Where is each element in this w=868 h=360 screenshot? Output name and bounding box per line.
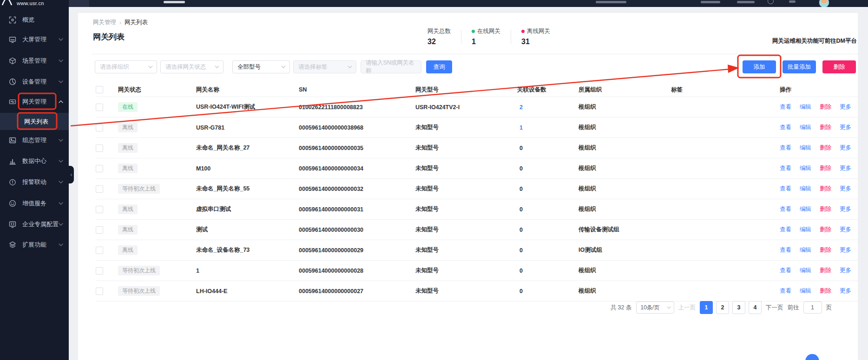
view-link[interactable]: 查看 bbox=[780, 287, 791, 295]
org-select[interactable]: 请选择组织 bbox=[95, 60, 157, 73]
sidebar-item-10[interactable]: 企业专属配置 bbox=[0, 216, 69, 233]
more-link[interactable]: 更多 bbox=[840, 164, 851, 172]
chevron-down-icon bbox=[59, 202, 63, 205]
query-button[interactable]: 查询 bbox=[426, 60, 452, 73]
sidebar-item-label: 数据中心 bbox=[22, 157, 59, 165]
delete-link[interactable]: 删除 bbox=[820, 205, 831, 213]
edit-link[interactable]: 编辑 bbox=[800, 185, 811, 193]
language-globe-icon[interactable] bbox=[768, 0, 774, 4]
gateway-model: 未知型号 bbox=[415, 205, 517, 213]
delete-button[interactable]: 删除 bbox=[822, 60, 856, 73]
table-row: 在线USR-IO424T-WIFI测试01002622111800008823U… bbox=[96, 97, 858, 118]
breadcrumb-parent[interactable]: 网关管理 bbox=[93, 19, 116, 26]
breadcrumb-separator: › bbox=[119, 20, 121, 26]
more-link[interactable]: 更多 bbox=[840, 205, 851, 213]
sidebar-item-4[interactable]: 网关管理 bbox=[0, 93, 69, 110]
page-button-1[interactable]: 1 bbox=[700, 301, 713, 314]
page-button-3[interactable]: 3 bbox=[732, 301, 745, 314]
sidebar-item-6[interactable]: 组态管理 bbox=[0, 132, 69, 149]
more-link[interactable]: 更多 bbox=[840, 103, 851, 111]
device-count[interactable]: 2 bbox=[517, 104, 523, 111]
device-count[interactable]: 1 bbox=[517, 124, 523, 131]
delete-link[interactable]: 删除 bbox=[820, 287, 831, 295]
view-link[interactable]: 查看 bbox=[780, 103, 791, 111]
sidebar-collapse-handle[interactable]: ‹ bbox=[69, 166, 74, 183]
delete-link[interactable]: 删除 bbox=[820, 185, 831, 193]
sidebar-item-2[interactable]: 场景管理 bbox=[0, 52, 69, 69]
delete-link[interactable]: 删除 bbox=[820, 267, 831, 275]
sn-search-input[interactable]: 请输入SN或网关名称 bbox=[361, 60, 421, 73]
sidebar-item-0[interactable]: 概览 bbox=[0, 12, 69, 28]
row-checkbox[interactable] bbox=[96, 165, 103, 172]
sidebar-item-1[interactable]: 大屏管理 bbox=[0, 31, 69, 48]
delete-link[interactable]: 删除 bbox=[820, 164, 831, 172]
delete-link[interactable]: 删除 bbox=[820, 246, 831, 254]
view-link[interactable]: 查看 bbox=[780, 226, 791, 234]
delete-link[interactable]: 删除 bbox=[820, 226, 831, 234]
batch-add-button[interactable]: 批量添加 bbox=[783, 60, 816, 73]
more-link[interactable]: 更多 bbox=[840, 287, 851, 295]
view-link[interactable]: 查看 bbox=[780, 144, 791, 152]
sidebar-item-9[interactable]: 增值服务 bbox=[0, 195, 69, 212]
row-checkbox[interactable] bbox=[96, 124, 103, 131]
more-link[interactable]: 更多 bbox=[840, 267, 851, 275]
user-avatar[interactable] bbox=[819, 0, 829, 7]
sidebar-item-7[interactable]: 数据中心 bbox=[0, 153, 69, 170]
edit-link[interactable]: 编辑 bbox=[800, 103, 811, 111]
view-link[interactable]: 查看 bbox=[780, 185, 791, 193]
gateway-status-select[interactable]: 请选择网关状态 bbox=[160, 60, 224, 73]
row-checkbox[interactable] bbox=[96, 288, 103, 295]
next-page-button[interactable]: 下一页 bbox=[766, 304, 783, 312]
edit-link[interactable]: 编辑 bbox=[800, 144, 811, 152]
goto-page-input[interactable]: 1 bbox=[803, 301, 822, 314]
more-link[interactable]: 更多 bbox=[840, 144, 851, 152]
sidebar-item-8[interactable]: 报警联动 bbox=[0, 174, 69, 190]
gateway-model: 未知型号 bbox=[415, 267, 517, 275]
delete-link[interactable]: 删除 bbox=[820, 103, 831, 111]
row-checkbox[interactable] bbox=[96, 185, 103, 193]
row-checkbox[interactable] bbox=[96, 206, 103, 213]
sidebar-item-3[interactable]: 设备管理 bbox=[0, 73, 69, 90]
more-link[interactable]: 更多 bbox=[840, 246, 851, 254]
per-page-select[interactable]: 10条/页 bbox=[636, 301, 674, 314]
select-all-checkbox[interactable] bbox=[96, 86, 103, 93]
more-link[interactable]: 更多 bbox=[840, 185, 851, 193]
tag-select[interactable]: 请选择标签 bbox=[293, 60, 356, 73]
row-actions: 查看编辑删除更多 bbox=[780, 205, 858, 213]
row-checkbox[interactable] bbox=[96, 144, 103, 152]
sidebar-item-sub-5[interactable]: 网关列表 bbox=[0, 113, 69, 130]
row-checkbox[interactable] bbox=[96, 267, 103, 275]
organization: 根组织 bbox=[579, 267, 671, 275]
delete-link[interactable]: 删除 bbox=[820, 124, 831, 131]
more-link[interactable]: 更多 bbox=[840, 124, 851, 131]
view-link[interactable]: 查看 bbox=[780, 205, 791, 213]
device-count: 0 bbox=[517, 268, 523, 274]
view-link[interactable]: 查看 bbox=[780, 267, 791, 275]
edit-link[interactable]: 编辑 bbox=[800, 246, 811, 254]
table-row: 离线虚拟串口测试00059614000000000031未知型号0根组织查看编辑… bbox=[96, 199, 858, 220]
edit-link[interactable]: 编辑 bbox=[800, 226, 811, 234]
row-checkbox[interactable] bbox=[96, 226, 103, 234]
page-button-4[interactable]: 4 bbox=[749, 301, 762, 314]
edit-link[interactable]: 编辑 bbox=[800, 124, 811, 131]
column-header: 标签 bbox=[671, 86, 780, 94]
edit-link[interactable]: 编辑 bbox=[800, 205, 811, 213]
add-button[interactable]: 添加 bbox=[743, 60, 776, 73]
row-checkbox[interactable] bbox=[96, 247, 103, 254]
edit-link[interactable]: 编辑 bbox=[800, 267, 811, 275]
view-link[interactable]: 查看 bbox=[780, 124, 791, 131]
view-link[interactable]: 查看 bbox=[780, 164, 791, 172]
page-button-2[interactable]: 2 bbox=[716, 301, 729, 314]
edit-link[interactable]: 编辑 bbox=[800, 287, 811, 295]
row-checkbox[interactable] bbox=[96, 104, 103, 111]
more-link[interactable]: 更多 bbox=[840, 226, 851, 234]
sidebar-item-11[interactable]: 扩展功能 bbox=[0, 236, 69, 253]
gateway-sn: 00059614000000000031 bbox=[299, 206, 415, 213]
prev-page-button[interactable]: 上一页 bbox=[678, 304, 696, 312]
model-select[interactable]: 全部型号 bbox=[232, 60, 290, 73]
delete-link[interactable]: 删除 bbox=[820, 144, 831, 152]
view-link[interactable]: 查看 bbox=[780, 246, 791, 254]
topbar-clipped-text bbox=[737, 1, 755, 3]
edit-link[interactable]: 编辑 bbox=[800, 164, 811, 172]
column-header: SN bbox=[299, 86, 415, 93]
